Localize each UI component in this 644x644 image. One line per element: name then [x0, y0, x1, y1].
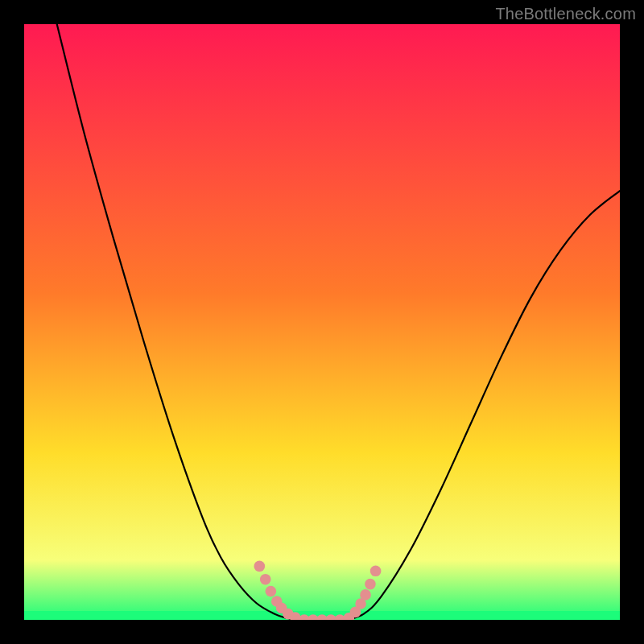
valley-marker: [254, 561, 266, 572]
valley-marker: [370, 566, 382, 577]
valley-marker: [266, 586, 277, 597]
chart-frame: TheBottleneck.com: [0, 0, 644, 644]
plot-area: [24, 24, 620, 620]
valley-marker: [360, 589, 371, 601]
valley-marker: [260, 574, 271, 585]
watermark-text: TheBottleneck.com: [495, 5, 636, 23]
valley-markers-layer: [24, 24, 620, 620]
valley-marker: [365, 579, 376, 590]
